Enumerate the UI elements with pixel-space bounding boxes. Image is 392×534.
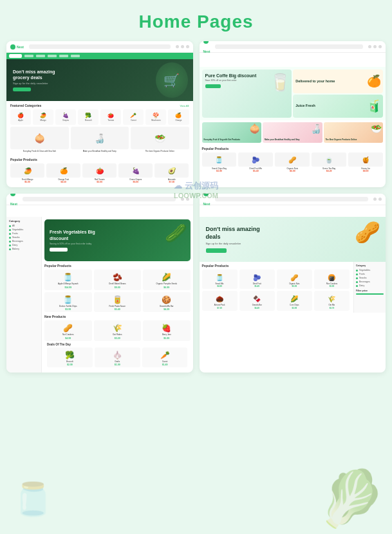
bl-prod-1[interactable]: 🫘 Orvell Baked Beans $9.00 [94, 270, 142, 290]
bl-hero-btn[interactable] [50, 248, 68, 252]
deal-2[interactable]: 🥕 Carrot $1.49 [142, 347, 188, 368]
bl-prod-4[interactable]: 🥫 Fresh Pasta Sauce $5.49 [94, 292, 142, 313]
tr-pop-1[interactable]: 🫐 Dried Fruit Mix $5.49 [238, 152, 273, 172]
sidebar-item-5[interactable]: Dairy [9, 244, 39, 246]
bl-new-grid: 🥜 Nut Crackers $4.99 🌾 Oat Flakes $3.29 … [44, 320, 191, 341]
br-prod-6[interactable]: 🌽 Corn Chips $2.99 [277, 291, 312, 310]
tr-pop-price-3: $4.29 [312, 170, 346, 172]
br-sidebar-item-3[interactable]: Beverages [356, 281, 384, 283]
cat-item-0[interactable]: 🍎 Apple [10, 109, 31, 125]
hero-title-tl: Don't miss amazing grocery deals [13, 69, 64, 80]
cat-item-6[interactable]: 🍄 Mushroom [145, 109, 166, 125]
logo-icon-bl [10, 194, 15, 196]
deal-name-2: Carrot [144, 361, 187, 364]
bl-new-emoji-0: 🥜 [63, 324, 73, 333]
deal-name-0: Broccoli [48, 361, 91, 364]
pop-item-3[interactable]: 🍇 Green Grapes $6.00 [118, 163, 153, 183]
pop-item-2[interactable]: 🍅 Red Tomato $3.00 [82, 163, 117, 183]
sidebar-item-6[interactable]: Bakery [9, 248, 39, 250]
nav-icon-bl-1[interactable] [181, 198, 184, 201]
br-prod-1[interactable]: 🫐 Dried Fruit $5.49 [239, 270, 275, 289]
br-prod-3[interactable]: 🍘 Rice Crackers $3.99 [314, 270, 350, 289]
hero-btn-tl[interactable] [13, 87, 31, 91]
br-prod-price-0: $4.99 [203, 285, 236, 288]
view-all-tl[interactable]: View All [180, 104, 189, 107]
nav-icon-tr-3[interactable] [378, 45, 382, 48]
bl-prod-2[interactable]: 🌽 Organic Pumpkin Seeds $6.99 [143, 270, 191, 290]
br-price-filter-bar[interactable] [356, 293, 384, 295]
nav-icons-tl [176, 45, 189, 48]
br-prod-4[interactable]: 🌰 Almond Pack $7.29 [202, 291, 238, 310]
deal-0[interactable]: 🥦 Broccoli $2.99 [47, 347, 93, 368]
pop-price-4: $7.00 [154, 181, 189, 183]
sub-nav-item-5 [71, 55, 80, 57]
search-bar-br[interactable] [215, 197, 368, 201]
br-hero-btn[interactable] [206, 248, 227, 253]
cat-item-7[interactable]: 🍊 Orange [168, 109, 189, 125]
all-categories-btn[interactable] [9, 54, 22, 58]
feat-card-1: 🍶 Make your Breakfast Healthy and Stay [263, 122, 322, 143]
br-prod-5[interactable]: 🍫 Granola Bar $4.49 [239, 291, 275, 310]
br-sidebar-item-2[interactable]: Snacks [356, 277, 384, 279]
bl-prod-price-4: $5.49 [115, 308, 120, 311]
pop-item-0[interactable]: 🥭 Fresh Mango $5.00 [10, 163, 44, 183]
bl-new-2[interactable]: 🍓 Berry Jam $5.99 [143, 320, 191, 341]
bl-popular-title: Popular Products [44, 264, 71, 268]
deal-price-1: $1.99 [115, 364, 120, 366]
feat-text-2: The Best Organic Products Online [324, 138, 359, 143]
br-sidebar-item-0[interactable]: Vegetables [356, 269, 384, 272]
prod-emoji-0: 🧅 [34, 133, 45, 143]
br-prod-7[interactable]: 🌾 Oat Mix $3.79 [314, 291, 350, 310]
nav-icon-tr-1[interactable] [368, 45, 371, 48]
pop-item-1[interactable]: 🍊 Orange Fruit $4.50 [46, 163, 80, 183]
tr-pop-2[interactable]: 🥜 Organic Nuts $6.99 [275, 152, 310, 172]
search-bar-bl[interactable] [23, 197, 176, 201]
bl-new-0[interactable]: 🥜 Nut Crackers $4.99 [44, 320, 92, 341]
nav-icon-1[interactable] [176, 45, 179, 48]
bl-new-1[interactable]: 🌾 Oat Flakes $3.29 [94, 320, 142, 341]
tr-pop-4[interactable]: 🍯 Honey Jar $8.99 [348, 152, 383, 172]
feat-emoji-1: 🍶 [310, 124, 321, 134]
nav-icon-2[interactable] [181, 45, 184, 48]
cat-item-3[interactable]: 🥦 Broccoli [78, 109, 98, 125]
br-sidebar-dot-0 [356, 270, 358, 272]
nav-icon-bl-2[interactable] [186, 198, 189, 201]
cat-item-5[interactable]: 🥕 Carrot [123, 109, 144, 125]
sidebar-text-0: All [12, 225, 15, 227]
cat-item-1[interactable]: 🥭 Mango [33, 109, 53, 125]
bl-prod-3[interactable]: 🫙 Doritos Tortilla Chips $3.99 [44, 292, 92, 313]
deal-1[interactable]: 🧄 Garlic $1.99 [95, 347, 140, 368]
br-sidebar-dot-1 [356, 273, 358, 275]
tr-hero-btn[interactable] [205, 84, 221, 88]
sidebar-item-3[interactable]: Snacks [9, 236, 39, 239]
search-bar-tr[interactable] [215, 44, 363, 49]
search-bar-tl[interactable] [29, 44, 171, 49]
sidebar-item-1[interactable]: Vegetables [9, 228, 39, 231]
nav-icon-3[interactable] [186, 45, 189, 48]
nav-icon-tr-2[interactable] [373, 45, 377, 48]
br-sidebar-item-4[interactable]: Dairy [356, 284, 384, 287]
br-prod-price-1: $5.49 [241, 285, 274, 288]
tr-pop-3[interactable]: 🍵 Green Tea Bag $4.29 [312, 152, 346, 172]
sidebar-item-0[interactable]: All [9, 225, 39, 227]
nav-icon-br-1[interactable] [373, 198, 377, 201]
br-sidebar-item-1[interactable]: Fruits [356, 273, 384, 275]
bl-prod-5[interactable]: 🍪 Granola Mix Bar $4.29 [143, 292, 191, 313]
popular-header-tl: Popular Products [10, 158, 189, 161]
hero-emoji-tl: 🛒 [163, 73, 180, 88]
cat-item-2[interactable]: 🍇 Grapes [55, 109, 76, 125]
tr-pop-0[interactable]: 🫙 Snack Chips Bag $3.99 [202, 152, 237, 172]
nav-icon-br-2[interactable] [378, 198, 382, 201]
br-prod-0[interactable]: 🫙 Snack Mix $4.99 [202, 270, 238, 289]
deals-section-bl: Deals Of The Day 🥦 Broccoli $2.99 🧄 Garl… [44, 341, 191, 371]
hero-area-tr: Pure Coffe Big discount Save 30% off on … [200, 67, 386, 120]
sidebar-item-4[interactable]: Beverages [9, 240, 39, 243]
cat-item-4[interactable]: 🍅 Tomato [100, 109, 121, 125]
br-prod-2[interactable]: 🥜 Organic Nuts $6.99 [277, 270, 312, 289]
sidebar-item-2[interactable]: Fruits [9, 232, 39, 235]
prod-block-2: 🥗 The best Organic Products Online [131, 127, 189, 152]
logo-tl: Nest [10, 44, 24, 50]
sidebar-dot-5 [9, 244, 11, 246]
bl-prod-0[interactable]: 🫙 Apple & Mango Squash $14.99 [44, 270, 92, 290]
pop-item-4[interactable]: 🥑 Avocado $7.00 [154, 163, 189, 183]
